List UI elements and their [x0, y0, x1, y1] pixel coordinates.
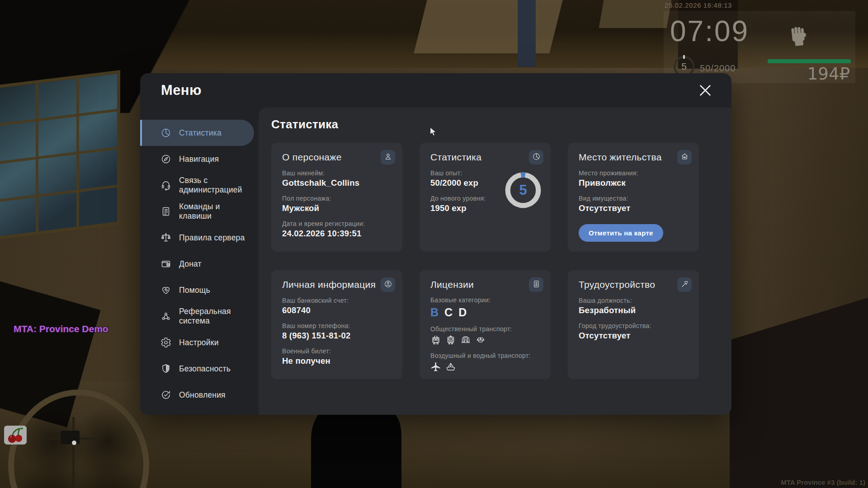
- card-title: О персонаже: [282, 152, 392, 163]
- captain-cap-icon: [475, 335, 486, 346]
- field-value: Не получен: [282, 356, 392, 366]
- card-title: Лицензии: [430, 279, 540, 290]
- card-job: ТрудоустройствоВаша должность:Безработны…: [568, 270, 699, 379]
- card-title: Статистика: [430, 152, 540, 163]
- card-field: Ваш банковский счет:608740: [282, 297, 392, 315]
- shield-icon: [160, 363, 171, 374]
- headset-icon: [160, 180, 171, 191]
- sidebar-item-label: Реферальная система: [179, 307, 248, 326]
- field-value: Отсутствует: [579, 203, 688, 213]
- menu-header: Меню: [140, 73, 731, 108]
- server-brand: MTA: Province Demo: [14, 324, 108, 334]
- sidebar-item-referral[interactable]: Реферальная система: [140, 303, 254, 329]
- card-title: Трудоустройство: [579, 279, 688, 290]
- sidebar-item-label: Безопасность: [179, 364, 248, 374]
- trolleybus-icon: [430, 335, 441, 346]
- game-screen: 25.02.2026 16:48:13 07:09 5 50/2000 194₽…: [0, 0, 868, 488]
- section-label: Базовые категории:: [430, 296, 540, 304]
- field-value: Приволжск: [579, 178, 688, 188]
- section-label: Общественный транспорт:: [430, 325, 540, 333]
- level-progress-ring: 5: [504, 171, 542, 210]
- card-about: О персонажеВаш никнейм:Gottschalk_Collin…: [271, 143, 402, 252]
- sidebar-item-label: Донат: [179, 259, 248, 269]
- health-bar: [768, 59, 851, 63]
- card-field: Ваш никнейм:Gottschalk_Collins: [282, 169, 392, 188]
- person-circle-icon: [384, 280, 392, 290]
- fist-icon: [787, 20, 812, 52]
- sidebar-item-security[interactable]: Безопасность: [140, 356, 254, 382]
- card-residence: Место жительстваМесто проживания:Приволж…: [568, 143, 699, 252]
- card-title: Личная информация: [282, 279, 392, 290]
- content-heading: Статистика: [271, 117, 338, 131]
- scene-dark-floor: [730, 277, 868, 488]
- hud-level-value: 5: [681, 61, 687, 72]
- license-icons-row: [430, 361, 540, 372]
- field-value: 608740: [282, 305, 392, 315]
- hud-money: 194₽: [760, 64, 850, 84]
- sidebar-item-stats[interactable]: Статистика: [140, 120, 254, 146]
- field-value: Gottschalk_Collins: [282, 178, 392, 188]
- field-label: Место проживания:: [579, 169, 688, 177]
- field-label: Военный билет:: [282, 347, 392, 355]
- close-button[interactable]: [697, 82, 713, 99]
- stat-cards: О персонажеВаш никнейм:Gottschalk_Collin…: [271, 143, 699, 379]
- field-label: Ваш номер телефона:: [282, 322, 392, 329]
- scene-window: [0, 70, 120, 240]
- gear-icon: [160, 337, 171, 348]
- card-field: Ваша должность:Безработный: [579, 297, 688, 315]
- sidebar-item-donate[interactable]: Донат: [140, 251, 254, 277]
- card-stats: СтатистикаВаш опыт:50/2000 expДо нового …: [420, 143, 551, 252]
- scene-pillar: [518, 0, 536, 67]
- build-label: MTA Province #3 (build: 1): [781, 479, 865, 486]
- mark-on-map-button[interactable]: Отметить на карте: [579, 224, 663, 242]
- sidebar-item-admin-contact[interactable]: Связь с администрацией: [140, 172, 254, 198]
- sidebar-item-label: Команды и клавиши: [179, 202, 248, 221]
- card-field: Место проживания:Приволжск: [579, 169, 688, 188]
- license-category-B: B: [430, 306, 439, 319]
- field-label: Ваша должность:: [579, 297, 688, 304]
- sidebar-item-rules[interactable]: Правила сервера: [140, 225, 254, 251]
- sidebar-item-settings[interactable]: Настройки: [140, 329, 254, 356]
- field-label: Пол персонажа:: [282, 195, 392, 202]
- card-icon-chip: [381, 277, 395, 292]
- card-field: Ваш номер телефона:8 (963) 151-81-02: [282, 322, 392, 341]
- sidebar-item-navigation[interactable]: Навигация: [140, 146, 254, 172]
- card-field: Дата и время регистрации:24.02.2026 10:3…: [282, 220, 392, 239]
- menu-title: Меню: [161, 73, 202, 108]
- ring-level-value: 5: [504, 171, 542, 210]
- metro-icon: [460, 335, 471, 346]
- scene-ceiling-light: [599, 0, 672, 28]
- scales-icon: [160, 232, 171, 243]
- id-card-icon: [532, 280, 541, 290]
- field-label: Город трудоустройства:: [579, 322, 688, 329]
- sidebar-item-help[interactable]: Помощь: [140, 277, 254, 303]
- section-label: Воздушный и водный транспорт:: [430, 352, 540, 359]
- hud-game-clock: 07:09: [670, 14, 749, 48]
- card-personal: Личная информацияВаш банковский счет:608…: [271, 270, 402, 379]
- card-field: Пол персонажа:Мужской: [282, 195, 392, 213]
- field-value: Мужской: [282, 203, 392, 213]
- handshake-icon: [160, 285, 171, 296]
- menu-content: Статистика О персонажеВаш никнейм:Gottsc…: [259, 108, 731, 415]
- menu-window: Меню СтатистикаНавигацияСвязь с админист…: [140, 73, 731, 415]
- pie-icon: [532, 152, 541, 163]
- field-label: До нового уровня:: [430, 195, 503, 202]
- license-category-C: C: [444, 306, 453, 319]
- scene-ceiling-light: [414, 0, 562, 53]
- field-value: Отсутствует: [579, 331, 688, 341]
- network-icon: [160, 311, 171, 322]
- menu-sidebar: СтатистикаНавигацияСвязь с администрацие…: [140, 120, 259, 408]
- sidebar-item-updates[interactable]: Обновления: [140, 382, 254, 408]
- license-icons-row: [430, 335, 540, 346]
- card-licenses: ЛицензииБазовые категории:BCDОбщественны…: [420, 270, 551, 379]
- compass-icon: [160, 154, 171, 164]
- sidebar-item-commands[interactable]: Команды и клавиши: [140, 198, 254, 225]
- hud-exp-counter: 50/2000: [700, 63, 736, 74]
- hud-panel: 07:09 5 50/2000 194₽: [664, 11, 855, 83]
- player-silhouette: [311, 408, 401, 488]
- sidebar-item-label: Помощь: [179, 286, 248, 295]
- sidebar-item-label: Связь с администрацией: [179, 176, 248, 195]
- person-icon: [384, 152, 392, 163]
- field-label: Вид имущества:: [579, 195, 688, 202]
- card-icon-chip: [677, 277, 692, 292]
